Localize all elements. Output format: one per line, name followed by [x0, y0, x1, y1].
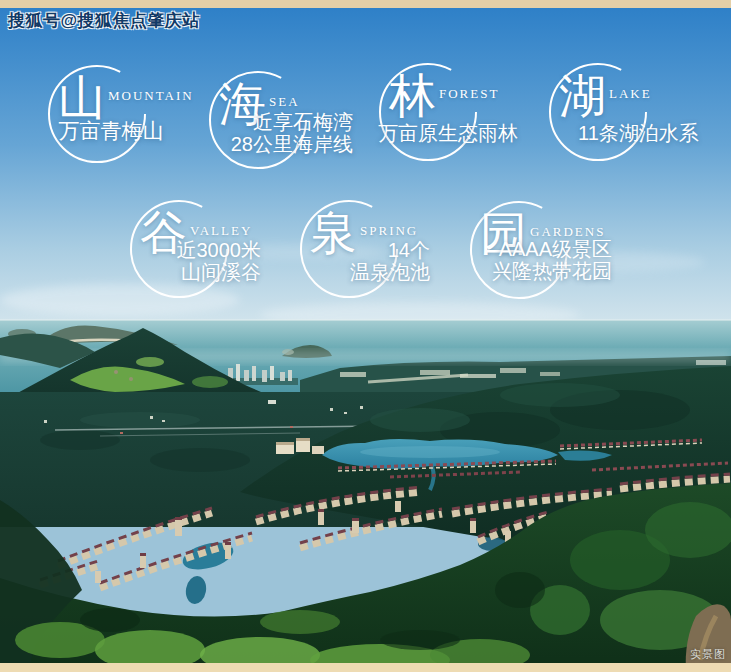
feature-badge-valley: 谷 VALLEY 近3000米 山间溪谷: [128, 198, 230, 300]
badge-subtitle-line2: 山间溪谷: [177, 262, 262, 284]
badge-en-label: VALLEY: [190, 223, 252, 239]
badge-subtitle-line1: 万亩青梅山: [55, 120, 167, 142]
feature-badge-mountain: 山 MOUNTAIN 万亩青梅山: [46, 63, 148, 165]
badge-subtitle-line1: 万亩原生态雨林: [378, 123, 518, 145]
badge-subtitle: 万亩青梅山: [55, 120, 167, 142]
badge-subtitle: 11条湖泊水系: [578, 123, 699, 145]
scene-label-watermark: 实景图: [690, 647, 726, 662]
badge-subtitle-line1: AAAA级景区: [492, 239, 612, 261]
badge-subtitle-line1: 11条湖泊水系: [578, 123, 699, 145]
feature-badge-sea: 海 SEA 近享石梅湾 28公里海岸线: [207, 69, 309, 171]
feature-badge-forest: 林 FOREST 万亩原生态雨林: [377, 61, 479, 163]
badge-en-label: MOUNTAIN: [108, 88, 194, 104]
badge-char: 湖: [559, 73, 606, 120]
badge-subtitle: 近3000米 山间溪谷: [177, 240, 262, 283]
badge-en-label: FOREST: [439, 86, 499, 102]
feature-badge-spring: 泉 SPRING 14个 温泉泡池: [298, 198, 400, 300]
promo-poster: 搜狐号@搜狐焦点肇庆站 实景图 山 MOUNTAIN 万亩青梅山 海 SEA 近…: [0, 0, 731, 672]
badge-en-label: SPRING: [360, 223, 418, 239]
badge-subtitle-line2: 温泉泡池: [350, 262, 430, 284]
badge-subtitle-line1: 近享石梅湾: [231, 112, 353, 134]
badge-subtitle: 万亩原生态雨林: [378, 123, 518, 145]
badge-en-label: LAKE: [609, 86, 652, 102]
feature-badge-gardens: 园 GARDENS AAAA级景区 兴隆热带花园: [468, 199, 570, 301]
sohu-watermark: 搜狐号@搜狐焦点肇庆站: [8, 9, 200, 32]
badge-char: 林: [389, 73, 436, 120]
badge-en-label: SEA: [269, 94, 300, 110]
badge-subtitle-line1: 14个: [350, 240, 430, 262]
badge-subtitle: AAAA级景区 兴隆热带花园: [492, 239, 612, 282]
badge-subtitle: 近享石梅湾 28公里海岸线: [231, 112, 353, 155]
badge-subtitle-line2: 28公里海岸线: [231, 134, 353, 156]
badge-subtitle: 14个 温泉泡池: [350, 240, 430, 283]
badge-subtitle-line2: 兴隆热带花园: [492, 261, 612, 283]
badge-char: 山: [58, 75, 105, 122]
feature-badge-lake: 湖 LAKE 11条湖泊水系: [547, 61, 649, 163]
badge-subtitle-line1: 近3000米: [177, 240, 262, 262]
top-frame-bar: [0, 0, 731, 8]
bottom-frame-bar: [0, 663, 731, 672]
